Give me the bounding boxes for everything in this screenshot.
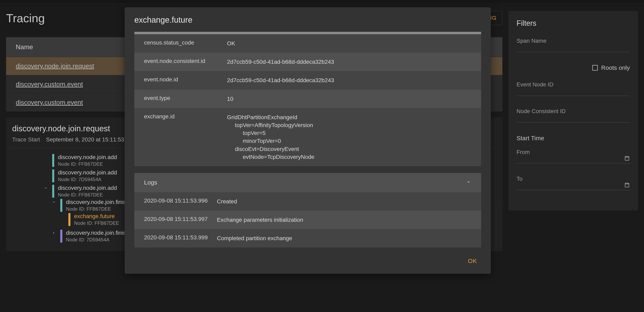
roots-only-checkbox[interactable] [592, 65, 598, 70]
field-label: Event Node ID [516, 81, 630, 88]
chevron-up-icon[interactable] [466, 179, 472, 186]
chevron-down-icon[interactable] [50, 199, 57, 205]
log-row: 2020-09-08 15:11:53.997 Exchange paramet… [134, 211, 481, 229]
span-name-input[interactable] [516, 45, 630, 52]
roots-only-row[interactable]: Roots only [516, 64, 630, 71]
top-strip [0, 0, 644, 3]
trace-link[interactable]: discovery.node.join.request [16, 62, 94, 70]
log-row: 2020-09-08 15:11:53.996 Created [134, 192, 481, 211]
logs-label: Logs [144, 179, 157, 186]
modal-title: exchange.future [134, 16, 481, 24]
log-message: Exchange parameters initialization [217, 216, 303, 224]
field-label: From [516, 149, 630, 156]
attribute-row: event.node.consistent.id 2d7ccb59-c50d-4… [134, 52, 481, 71]
logs-block: 2020-09-08 15:11:53.996 Created 2020-09-… [134, 192, 481, 248]
span-detail-modal: exchange.future census.status_code OK ev… [125, 7, 491, 274]
attribute-row: census.status_code OK [134, 34, 481, 52]
attr-value: 2d7ccb59-c50d-41ad-b68d-dddeca32b243 [227, 58, 334, 66]
field-label: Span Name [516, 38, 630, 44]
attr-key: event.type [144, 95, 227, 103]
node-consistent-id-field: Node Consistent ID [516, 108, 630, 122]
trace-link[interactable]: discovery.custom.event [16, 80, 83, 88]
span-name: discovery.node.join.add [58, 185, 117, 191]
field-label: To [516, 176, 630, 182]
span-name: exchange.future [74, 213, 119, 220]
scroll-indicator [134, 32, 481, 34]
trace-start-value: September 8, 2020 at 15:11:53 [46, 136, 124, 143]
span-node-id: Node ID: FFB67DEE [58, 192, 117, 198]
attributes-block: census.status_code OK event.node.consist… [134, 32, 481, 166]
filters-title: Filters [516, 19, 630, 28]
span-node-id: Node ID: FFB67DEE [74, 220, 119, 226]
attribute-row: event.type 10 [134, 90, 481, 108]
page-title: Tracing [6, 11, 45, 25]
filters-card: Filters Span Name Roots only Event Node … [508, 11, 638, 210]
span-name: discovery.node.join.finish [66, 199, 129, 205]
attr-value: GridDhtPartitionExchangeId topVer=Affini… [227, 113, 314, 161]
from-field: From [516, 149, 630, 164]
calendar-icon[interactable] [624, 182, 630, 188]
log-row: 2020-09-08 15:11:53.999 Completed partit… [134, 229, 481, 248]
span-bar [52, 169, 54, 182]
span-node-id: Node ID: 7D59454A [66, 237, 129, 242]
trace-start-label: Trace Start [12, 136, 40, 143]
ok-button[interactable]: OK [464, 256, 481, 266]
span-bar [68, 213, 70, 226]
log-timestamp: 2020-09-08 15:11:53.999 [144, 234, 217, 242]
span-name: discovery.node.join.add [58, 169, 117, 176]
log-timestamp: 2020-09-08 15:11:53.996 [144, 198, 217, 205]
modal-footer: OK [134, 248, 481, 266]
calendar-icon[interactable] [624, 156, 630, 162]
span-node-id: Node ID: 7D59454A [58, 177, 117, 182]
attribute-row: exchange.id GridDhtPartitionExchangeId t… [134, 108, 481, 166]
start-time-section: Start Time [516, 135, 630, 142]
log-timestamp: 2020-09-08 15:11:53.997 [144, 216, 217, 224]
spacer [42, 154, 49, 160]
filters-column: Filters Span Name Roots only Event Node … [508, 11, 638, 210]
chevron-down-icon[interactable] [42, 185, 49, 191]
node-consistent-id-input[interactable] [516, 116, 630, 122]
attr-key: census.status_code [144, 40, 227, 47]
field-label: Node Consistent ID [516, 108, 630, 114]
span-name-field: Span Name [516, 38, 630, 52]
span-bar [52, 154, 54, 167]
chevron-right-icon[interactable] [50, 230, 57, 236]
start-time-title: Start Time [516, 135, 630, 142]
spacer [42, 169, 49, 176]
span-name: discovery.node.join.finish [66, 230, 129, 236]
spacer [59, 213, 65, 220]
span-node-id: Node ID: FFB67DEE [58, 161, 117, 167]
attr-key: event.node.id [144, 76, 227, 84]
trace-link[interactable]: discovery.custom.event [16, 99, 83, 106]
event-node-id-input[interactable] [516, 89, 630, 96]
span-bar [60, 230, 62, 242]
span-node-id: Node ID: FFB67DEE [66, 206, 129, 212]
span-name: discovery.node.join.add [58, 154, 117, 160]
attr-value: 10 [227, 95, 233, 103]
log-message: Completed partition exchange [217, 234, 292, 242]
attr-key: exchange.id [144, 113, 227, 161]
attr-value: 2d7ccb59-c50d-41ad-b68d-dddeca32b243 [227, 76, 334, 84]
from-date-input[interactable] [516, 156, 630, 163]
log-message: Created [217, 198, 237, 205]
roots-only-label: Roots only [601, 64, 630, 71]
event-node-id-field: Event Node ID [516, 81, 630, 96]
span-bar [52, 185, 54, 198]
attr-value: OK [227, 40, 235, 47]
attr-key: event.node.consistent.id [144, 58, 227, 66]
span-bar [60, 199, 62, 212]
to-field: To [516, 176, 630, 190]
attribute-row: event.node.id 2d7ccb59-c50d-41ad-b68d-dd… [134, 71, 481, 90]
logs-section-header[interactable]: Logs [134, 173, 481, 192]
to-date-input[interactable] [516, 183, 630, 190]
